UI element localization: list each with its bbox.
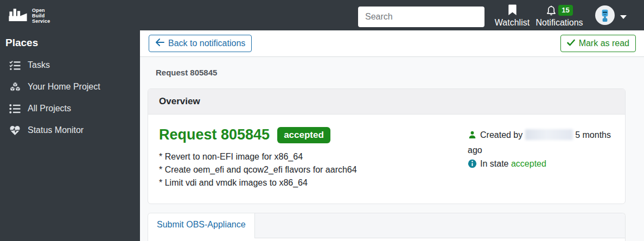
obs-logo[interactable]: Open Build Service: [8, 7, 50, 24]
search-input[interactable]: [358, 7, 484, 27]
factory-logo-icon: [8, 7, 28, 24]
avatar-robot-icon: [598, 8, 612, 22]
notification-count-badge: 15: [558, 5, 572, 16]
back-arrow-icon: [155, 38, 164, 49]
sidebar-item-label: All Projects: [28, 104, 71, 113]
description-line: * Revert to non-EFI image for x86_64: [159, 150, 457, 163]
search-box: [358, 7, 484, 27]
brand-text: Open Build Service: [32, 8, 50, 24]
info-icon: [468, 158, 477, 172]
overview-card-header: Overview: [148, 89, 625, 115]
created-by-prefix: Created by: [480, 130, 522, 139]
state-prefix: In state: [480, 159, 508, 168]
sidebar-item-status-monitor[interactable]: Status Monitor: [0, 119, 140, 141]
request-description: * Revert to non-EFI image for x86_64 * C…: [159, 150, 457, 189]
heartbeat-icon: [9, 125, 21, 136]
mark-as-read-label: Mark as read: [579, 38, 629, 49]
sidebar-item-label: Tasks: [28, 60, 50, 70]
tasks-icon: [9, 60, 21, 71]
content-toolbar: Back to notifications Mark as read: [140, 30, 644, 57]
mark-as-read-button[interactable]: Mark as read: [560, 35, 636, 52]
description-line: * Create oem_efi and qcow2_efi flavors f…: [159, 163, 457, 176]
state-value-link[interactable]: accepted: [511, 159, 546, 168]
overview-card-body: Request 805845 accepted * Revert to non-…: [148, 115, 625, 204]
sidebar-heading: Places: [5, 37, 140, 49]
top-navbar: Open Build Service Watchlist: [0, 0, 644, 30]
redacted-username: [525, 129, 573, 140]
overview-card: Overview Request 805845 accepted * Rever…: [148, 88, 626, 204]
main-content: Back to notifications Mark as read Reque…: [140, 30, 644, 241]
sidebar: Places Tasks: [0, 30, 140, 241]
request-summary: Request 805845 accepted * Revert to non-…: [159, 126, 457, 189]
list-icon: [9, 104, 21, 114]
bell-icon: [546, 5, 557, 19]
back-to-notifications-button[interactable]: Back to notifications: [149, 35, 252, 52]
sidebar-item-all-projects[interactable]: All Projects: [0, 98, 140, 119]
caret-down-icon[interactable]: [620, 15, 627, 19]
user-icon: [468, 130, 477, 143]
status-badge: accepted: [277, 127, 330, 143]
check-icon: [567, 38, 575, 49]
page-title: Request 805845: [156, 68, 644, 77]
nav-notifications[interactable]: 15 Notifications: [533, 4, 585, 29]
tab-submit-obs-appliance[interactable]: Submit OBS-Appliance: [148, 213, 255, 238]
sidebar-item-home-project[interactable]: Your Home Project: [0, 76, 140, 98]
sidebar-item-label: Status Monitor: [28, 125, 84, 135]
tab-bar: Submit OBS-Appliance: [148, 213, 625, 238]
cubes-icon: [9, 82, 21, 92]
description-line: * Limit vdi and vmdk images to x86_64: [159, 176, 457, 189]
bookmark-icon: [508, 4, 517, 18]
back-button-label: Back to notifications: [168, 38, 245, 49]
nav-watchlist[interactable]: Watchlist: [491, 4, 533, 29]
notifications-label: Notifications: [535, 18, 583, 28]
created-by-line: Created by 5 months ago: [468, 128, 614, 157]
state-line: In state accepted: [468, 157, 614, 172]
obs-app: Open Build Service Watchlist: [0, 0, 644, 241]
watchlist-label: Watchlist: [495, 18, 530, 28]
sidebar-item-tasks[interactable]: Tasks: [0, 54, 140, 76]
avatar[interactable]: [595, 5, 615, 25]
request-meta: Created by 5 months ago In state ac: [468, 126, 614, 189]
sidebar-item-label: Your Home Project: [28, 82, 100, 92]
request-title: Request 805845: [159, 126, 270, 143]
actions-card: Submit OBS-Appliance: [148, 213, 626, 241]
